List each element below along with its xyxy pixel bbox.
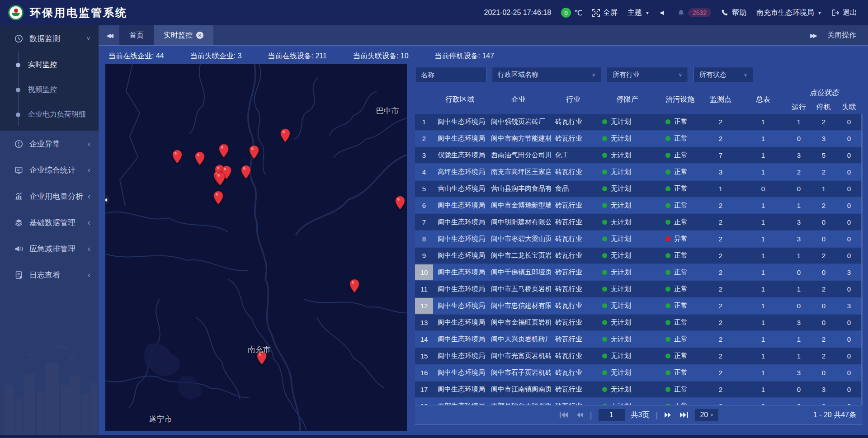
- industry-filter-select[interactable]: 所有行业 ∨: [607, 67, 688, 82]
- sidebar-group-data-monitoring: 数据监测∨实时监控视频监控企业电力负荷明细: [0, 25, 99, 131]
- sidebar-item-label: 数据监测: [29, 33, 60, 44]
- app-title: 环保用电监管系统: [30, 5, 127, 20]
- help-button[interactable]: 帮助: [721, 8, 746, 18]
- column-header: 停限产: [596, 95, 659, 104]
- logout-button[interactable]: 退出: [832, 8, 857, 18]
- table-row[interactable]: 12阆中生态环境局阆中市忠信建材有限公砖瓦行业无计划正常21003: [415, 298, 863, 314]
- cell-company: 南部县砂化土砖有限公: [486, 402, 551, 405]
- cell-facility: 正常: [659, 201, 701, 210]
- sidebar-subitem-label: 视频监控: [28, 85, 57, 94]
- main-content: 巴中市南充市遂宁市 ◀ 行政区域名称 ∨ 所有行业 ∨ 所有状态 ∨: [99, 65, 868, 435]
- sidebar-subitem-企业电力负荷明细[interactable]: 企业电力负荷明细: [0, 102, 99, 127]
- map-pin[interactable]: [172, 150, 183, 164]
- status-label: 无计划: [611, 385, 631, 394]
- logout-label: 退出: [843, 8, 857, 18]
- table-row[interactable]: 16阆中生态环境局阆中市石子页岩机砖厂砖瓦行业无计划正常21300: [415, 365, 863, 381]
- table-row[interactable]: 17阆中生态环境局阆中市江南镇阆南页岩砖瓦行业无计划正常21030: [415, 381, 863, 397]
- mute-button[interactable]: [660, 9, 667, 17]
- map-pin[interactable]: [280, 128, 291, 142]
- cell-stop: 0: [812, 302, 835, 310]
- map-pin[interactable]: [218, 144, 229, 158]
- sidebar-subitem-视频监控[interactable]: 视频监控: [0, 77, 99, 102]
- sidebar-subitem-实时监控[interactable]: 实时监控: [0, 52, 99, 77]
- close-operations-button[interactable]: 关闭操作: [827, 31, 856, 40]
- table-row[interactable]: 18南部生态环境局南部县砂化土砖有限公砖瓦行业无计划正常60060: [415, 398, 863, 405]
- tabs-scroll-left-button[interactable]: ◀◀: [99, 25, 119, 45]
- close-icon[interactable]: ✕: [196, 32, 203, 39]
- tab-实时监控[interactable]: 实时监控✕: [154, 25, 213, 45]
- cell-lost: 0: [835, 386, 863, 393]
- map-panel[interactable]: 巴中市南充市遂宁市 ◀: [105, 64, 407, 431]
- table-row[interactable]: 13阆中生态环境局阆中市金福旺页岩机砖砖瓦行业无计划正常21300: [415, 315, 863, 330]
- table-row[interactable]: 9阆中生态环境局阆中市二龙长宝页岩砖砖瓦行业无计划正常21120: [415, 248, 863, 264]
- chevron-down-icon: ∨: [744, 72, 747, 78]
- last-page-button[interactable]: [679, 412, 689, 418]
- page-size-select[interactable]: 20 ∨: [695, 409, 718, 421]
- table-row[interactable]: 10阆中生态环境局阆中千佛镇五郎垭页岩砖瓦行业无计划正常21003: [415, 264, 863, 280]
- fullscreen-button[interactable]: 全屏: [592, 8, 618, 18]
- logout-icon: [832, 9, 840, 17]
- cell-industry: 砖瓦行业: [551, 402, 596, 405]
- table-row[interactable]: 1阆中生态环境局阆中强锐页岩砖厂砖瓦行业无计划正常21120: [415, 114, 863, 130]
- cell-total: 0: [741, 185, 786, 193]
- region-filter-select[interactable]: 行政区域名称 ∨: [492, 67, 601, 82]
- map-pin[interactable]: [249, 145, 259, 159]
- tab-首页[interactable]: 首页: [119, 25, 154, 45]
- map-pin[interactable]: [194, 151, 205, 165]
- table-row[interactable]: 8阆中生态环境局阆中市枣碧大梁山页岩砖瓦行业无计划异常21300: [415, 231, 863, 247]
- row-index: 1: [415, 114, 433, 130]
- theme-dropdown[interactable]: 主题 ▼: [627, 8, 650, 18]
- table-row[interactable]: 5营山生态环境局营山县润丰肉食品有限食品无计划正常10010: [415, 181, 863, 197]
- table-row[interactable]: 2阆中生态环境局阆中市南方节能建材有砖瓦行业无计划正常21030: [415, 131, 863, 146]
- current-page-input[interactable]: 1: [599, 409, 625, 421]
- sidebar-item-enterprise-abnormal[interactable]: 企业异常‹: [0, 131, 99, 157]
- table-row[interactable]: 4高坪生态环境局南充市高坪区王家店建砖瓦行业无计划正常31220: [415, 164, 863, 180]
- next-page-button[interactable]: [664, 412, 673, 418]
- status-dot: [602, 320, 607, 325]
- table-row[interactable]: 7阆中生态环境局阆中明阳建材有限公司砖瓦行业无计划正常21300: [415, 214, 863, 230]
- cell-industry: 砖瓦行业: [551, 301, 596, 310]
- sidebar-item-power-usage-analysis[interactable]: 企业用电量分析‹: [0, 183, 99, 209]
- cell-industry: 砖瓦行业: [551, 201, 596, 210]
- map-pin[interactable]: [241, 165, 251, 179]
- cell-facility: 正常: [659, 335, 701, 344]
- sidebar-item-emergency-reduction[interactable]: 应急减排管理‹: [0, 235, 99, 262]
- row-index: 9: [415, 248, 433, 264]
- status-dot: [602, 353, 607, 358]
- map-pin[interactable]: [349, 279, 360, 293]
- map-pin[interactable]: [395, 196, 406, 210]
- cell-lost: 3: [835, 268, 863, 276]
- name-filter-input[interactable]: [415, 67, 486, 82]
- column-header: 企业: [486, 95, 551, 104]
- table-row[interactable]: 15阆中生态环境局阆中市光富页岩机砖厂砖瓦行业无计划正常21120: [415, 348, 863, 364]
- table-row[interactable]: 6阆中生态环境局阆中市金博瑞新型墙材砖瓦行业无计划正常21120: [415, 198, 863, 213]
- phone-icon: [721, 9, 729, 17]
- theme-label: 主题: [627, 8, 642, 18]
- sidebar-item-enterprise-statistics[interactable]: 企业综合统计‹: [0, 157, 99, 183]
- sidebar-item-log-view[interactable]: 日志查看‹: [0, 262, 99, 288]
- table-row[interactable]: 11阆中生态环境局阆中市五马桥页岩机砖砖瓦行业无计划正常21120: [415, 281, 863, 297]
- cell-industry: 砖瓦行业: [551, 168, 596, 176]
- sidebar-item-data-monitoring[interactable]: 数据监测∨: [0, 25, 99, 52]
- column-group-header: 点位状态: [786, 88, 863, 98]
- cell-total: 1: [741, 335, 786, 343]
- status-dot: [602, 153, 607, 158]
- org-dropdown[interactable]: 南充市生态环境局 ▼: [756, 8, 822, 18]
- previous-page-button[interactable]: [575, 412, 584, 418]
- map-pin[interactable]: [213, 191, 224, 205]
- tabs-scroll-right-button[interactable]: ▶▶: [810, 32, 816, 39]
- map-pin[interactable]: [215, 172, 226, 186]
- sidebar-item-base-data[interactable]: 基础数据管理‹: [0, 209, 99, 235]
- tab-label: 实时监控: [164, 31, 193, 40]
- total-pages-label: 共3页: [631, 410, 650, 420]
- cell-stop: 2: [812, 335, 835, 343]
- table-row[interactable]: 14阆中生态环境局阆中大兴页岩机砖厂砖瓦行业无计划正常21120: [415, 331, 863, 347]
- status-filter-select[interactable]: 所有状态 ∨: [693, 67, 753, 82]
- cell-points: 7: [701, 151, 741, 159]
- sidebar-item-label: 企业综合统计: [29, 165, 75, 175]
- table-row[interactable]: 3仪陇生态环境局西南油气田分公司川中化工无计划正常71350: [415, 147, 863, 163]
- cell-stop: 1: [812, 185, 835, 193]
- notifications[interactable]: 2632: [677, 8, 711, 17]
- first-page-button[interactable]: [559, 412, 568, 418]
- table-scrollbar[interactable]: [861, 114, 863, 405]
